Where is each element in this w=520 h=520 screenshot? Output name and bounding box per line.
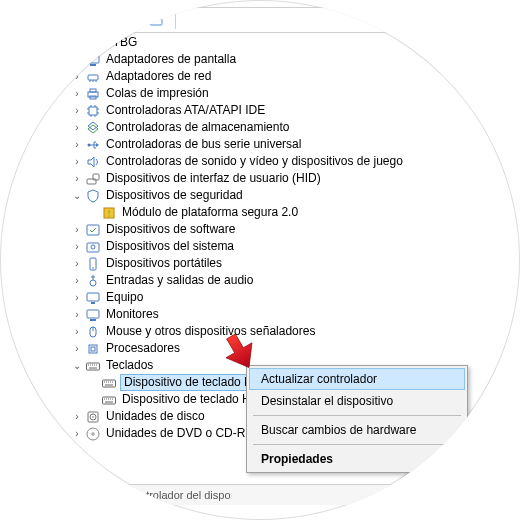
context-menu: Actualizar controlador Desinstalar el di… [246,365,468,473]
tree-row[interactable]: 8TBG [60,34,480,51]
chevron-right-icon[interactable]: › [70,410,84,424]
chevron-right-icon[interactable]: › [70,291,84,305]
menu-item-scan-hardware[interactable]: Buscar cambios de hardware [249,419,465,441]
toolbar-btn-1[interactable] [124,12,140,28]
tree-row[interactable]: ›Dispositivos del sistema [60,238,480,255]
tree-spacer [86,393,100,407]
tree-item-label: Módulo de plataforma segura 2.0 [120,204,300,221]
tree-item-label: Dispositivos de interfaz de usuario (HID… [104,170,323,187]
tree-item-label: Monitores [104,306,161,323]
chevron-right-icon[interactable]: › [70,274,84,288]
tree-row[interactable]: ›Dispositivos portátiles [60,255,480,272]
tree-item-label: Dispositivos de software [104,221,237,238]
tree-row[interactable]: ›Monitores [60,306,480,323]
disk-drive-icon [85,409,101,425]
tree-item-label: Dispositivo de teclado H [120,391,253,408]
tree-row[interactable]: ›Procesadores [60,340,480,357]
keyboard-icon [101,375,117,391]
chevron-right-icon[interactable]: › [70,121,84,135]
chevron-right-icon[interactable]: › [70,155,84,169]
chevron-right-icon[interactable]: › [70,104,84,118]
status-text: izar el controlador del dispo [96,489,231,501]
tree-row[interactable]: ›Dispositivos de interfaz de usuario (HI… [60,170,480,187]
tree-row[interactable]: ›Equipo [60,289,480,306]
system-device-icon [85,239,101,255]
question-icon [85,35,101,51]
usb-controller-icon [85,137,101,153]
menu-item-label: Desinstalar el dispositivo [261,394,393,408]
menu-item-label: Buscar cambios de hardware [261,423,416,437]
print-queue-icon [85,86,101,102]
tree-row[interactable]: ›Adaptadores de pantalla [60,51,480,68]
portable-device-icon [85,256,101,272]
tree-item-label: Equipo [104,289,145,306]
chevron-right-icon[interactable]: › [70,223,84,237]
keyboard-icon [101,392,117,408]
storage-controller-icon [85,120,101,136]
chevron-right-icon[interactable]: › [70,87,84,101]
chevron-right-icon[interactable]: › [70,138,84,152]
audio-io-icon [85,273,101,289]
tree-item-label: Controladoras de sonido y vídeo y dispos… [104,153,405,170]
security-device-icon [85,188,101,204]
chevron-down-icon[interactable]: ⌄ [70,189,84,203]
svg-rect-2 [150,19,162,25]
menu-separator [253,444,461,445]
tree-item-label: Entradas y salidas de audio [104,272,255,289]
mouse-icon [85,324,101,340]
chevron-right-icon[interactable]: › [70,53,84,67]
dvd-drive-icon [85,426,101,442]
tree-row[interactable]: ›Colas de impresión [60,85,480,102]
tree-row[interactable]: ›Adaptadores de red [60,68,480,85]
software-device-icon [85,222,101,238]
chevron-right-icon[interactable]: › [70,308,84,322]
tree-row[interactable]: ›Controladoras de almacenamiento [60,119,480,136]
computer-icon [85,290,101,306]
chevron-right-icon[interactable]: › [70,325,84,339]
svg-rect-0 [126,15,138,25]
menu-item-update-driver[interactable]: Actualizar controlador [249,368,465,390]
tree-item-label: Adaptadores de red [104,68,213,85]
tree-item-label: Procesadores [104,340,182,357]
menu-item-properties[interactable]: Propiedades [249,448,465,470]
toolbar-separator [112,11,113,29]
monitor-icon [85,307,101,323]
sound-controller-icon [85,154,101,170]
chevron-right-icon[interactable]: › [70,427,84,441]
chevron-right-icon[interactable]: › [70,240,84,254]
tree-item-label: Unidades de disco [104,408,207,425]
toolbar [105,7,460,33]
chevron-down-icon[interactable]: ⌄ [70,359,84,373]
chevron-right-icon[interactable]: › [70,257,84,271]
menu-item-uninstall[interactable]: Desinstalar el dispositivo [249,390,465,412]
tree-item-label: Teclados [104,357,155,374]
status-bar: izar el controlador del dispo [90,484,424,505]
svg-rect-1 [128,18,131,19]
tree-row[interactable]: ›Dispositivos de software [60,221,480,238]
processor-icon [85,341,101,357]
tree-spacer [86,206,100,220]
keyboard-icon [85,358,101,374]
chevron-right-icon[interactable]: › [70,70,84,84]
display-adapter-icon [85,52,101,68]
chevron-right-icon[interactable]: › [70,342,84,356]
tree-row[interactable]: ›Entradas y salidas de audio [60,272,480,289]
chevron-right-icon[interactable]: › [70,172,84,186]
tree-row[interactable]: ›Controladoras ATA/ATAPI IDE [60,102,480,119]
hid-icon [85,171,101,187]
tree-row[interactable]: ⌄Dispositivos de seguridad [60,187,480,204]
toolbar-btn-2[interactable] [148,12,164,28]
tree-item-label: Adaptadores de pantalla [104,51,238,68]
ide-controller-icon [85,103,101,119]
tree-item-label: Colas de impresión [104,85,211,102]
tree-row[interactable]: ›Mouse y otros dispositivos señaladores [60,323,480,340]
menu-item-label: Actualizar controlador [261,372,377,386]
tree-item-label: Unidades de DVD o CD-ROM [104,425,267,442]
tree-row[interactable]: Módulo de plataforma segura 2.0 [60,204,480,221]
tree-row[interactable]: ›Controladoras de sonido y vídeo y dispo… [60,153,480,170]
tree-item-label: Dispositivos portátiles [104,255,224,272]
tree-item-label: Controladoras ATA/ATAPI IDE [104,102,267,119]
toolbar-separator [175,11,176,29]
tree-row[interactable]: ›Controladoras de bus serie universal [60,136,480,153]
tree-item-label: Mouse y otros dispositivos señaladores [104,323,317,340]
